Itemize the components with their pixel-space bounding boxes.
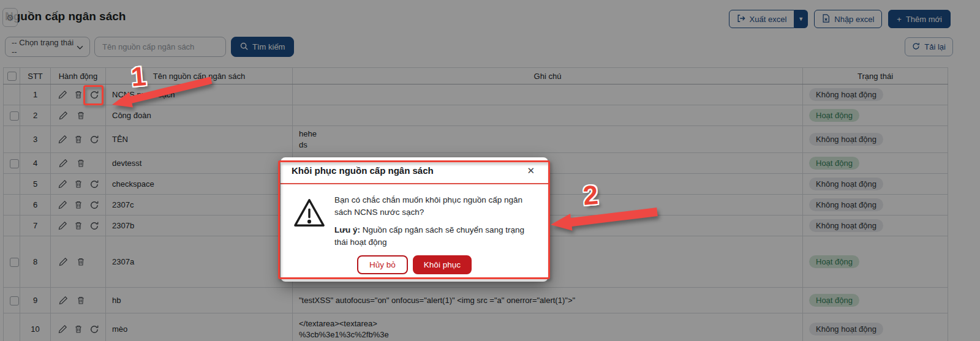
- note-text: Nguồn cấp ngân sách sẽ chuyển sang trạng…: [334, 225, 524, 247]
- confirm-message: Bạn có chắc chắn muốn khôi phục nguồn cấ…: [334, 194, 535, 219]
- restore-button[interactable]: Khôi phục: [413, 255, 472, 274]
- warning-triangle-icon: [293, 198, 326, 249]
- modal-title: Khôi phục nguồn cấp ngân sách: [292, 165, 434, 176]
- note-label: Lưu ý:: [334, 225, 360, 234]
- cancel-button[interactable]: Hủy bỏ: [357, 255, 408, 274]
- modal-message-block: Bạn có chắc chắn muốn khôi phục nguồn cấ…: [334, 194, 535, 249]
- restore-confirmation-modal: Khôi phục nguồn cấp ngân sách ✕ Bạn có c…: [281, 157, 548, 282]
- close-icon[interactable]: ✕: [524, 165, 537, 176]
- modal-header: Khôi phục nguồn cấp ngân sách ✕: [281, 157, 548, 184]
- modal-buttons: Hủy bỏ Khôi phục: [281, 255, 548, 274]
- modal-body: Bạn có chắc chắn muốn khôi phục nguồn cấ…: [281, 184, 548, 249]
- warning-note: Lưu ý: Nguồn cấp ngân sách sẽ chuyển san…: [334, 224, 535, 249]
- budget-source-page: ⚙ Nguồn cấp ngân sách Xuất excel ▼ Nhập …: [0, 0, 980, 341]
